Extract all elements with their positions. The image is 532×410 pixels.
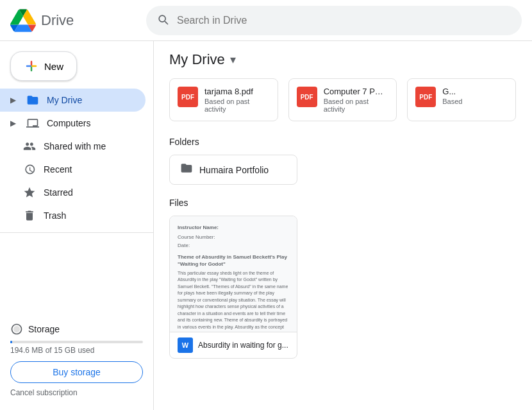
sidebar-item-shared[interactable]: Shared with me xyxy=(0,135,145,158)
header: Drive xyxy=(0,0,532,41)
sidebar-item-computers[interactable]: ▶ Computers xyxy=(0,112,145,135)
sidebar-item-starred[interactable]: Starred xyxy=(0,181,145,204)
suggested-files-row: PDF tarjama 8.pdf Based on past activity… xyxy=(169,78,517,121)
storage-icon: Storage xyxy=(10,323,143,336)
main-layout: New ▶ My Drive ▶ Computers Shared with m… xyxy=(0,41,532,410)
folder-item-0-name: Humaira Portfolio xyxy=(199,165,269,175)
files-section: Files Instructor Name: Course Number: Da… xyxy=(169,198,517,361)
search-input[interactable] xyxy=(177,15,511,26)
shared-icon xyxy=(23,140,36,153)
suggested-card-1-name: Computer 7 PDF watermark r... xyxy=(324,87,389,96)
sidebar-item-recent-label: Recent xyxy=(44,164,72,175)
storage-bar-background xyxy=(10,341,143,343)
plus-icon xyxy=(24,58,39,74)
content-header: My Drive ▾ xyxy=(169,51,517,68)
sidebar-item-my-drive-label: My Drive xyxy=(47,95,82,105)
suggested-card-1-sub: Based on past activity xyxy=(324,98,389,113)
sidebar-item-trash[interactable]: Trash xyxy=(0,204,145,227)
suggested-card-2-sub: Based xyxy=(442,98,508,105)
sidebar-item-starred-label: Starred xyxy=(44,187,73,198)
suggested-card-0-sub: Based on past activity xyxy=(204,98,270,113)
my-drive-chevron: ▶ xyxy=(10,96,16,105)
suggested-card-2[interactable]: PDF G... Based xyxy=(407,78,516,121)
logo-area: Drive xyxy=(10,8,138,33)
file-card-0-name: Absurdity in waiting for g... xyxy=(198,341,288,350)
search-icon xyxy=(156,13,169,28)
computers-icon xyxy=(26,117,39,130)
computers-chevron: ▶ xyxy=(10,119,16,128)
file-preview-0: Instructor Name: Course Number: Date: Th… xyxy=(170,216,297,332)
folder-icon xyxy=(180,162,193,178)
new-button-label: New xyxy=(44,61,63,72)
files-section-label: Files xyxy=(169,198,517,208)
content-area: My Drive ▾ PDF tarjama 8.pdf Based on pa… xyxy=(154,41,532,410)
file-footer-0: W Absurdity in waiting for g... xyxy=(170,332,297,358)
folders-section: Folders Humaira Portfolio xyxy=(169,137,517,185)
sidebar-divider xyxy=(0,232,153,233)
sidebar-item-shared-label: Shared with me xyxy=(44,141,106,151)
starred-icon xyxy=(23,186,36,199)
storage-bar-fill xyxy=(10,341,12,343)
app-title: Drive xyxy=(41,12,74,29)
folder-item-0[interactable]: Humaira Portfolio xyxy=(169,155,297,185)
suggested-card-2-name: G... xyxy=(442,87,508,96)
suggested-card-1[interactable]: PDF Computer 7 PDF watermark r... Based … xyxy=(288,78,397,121)
suggested-card-0-name: tarjama 8.pdf xyxy=(204,87,270,96)
folders-section-label: Folders xyxy=(169,137,517,147)
page-title: My Drive xyxy=(169,51,225,68)
sidebar-item-trash-label: Trash xyxy=(44,210,66,221)
file-card-0[interactable]: Instructor Name: Course Number: Date: Th… xyxy=(169,216,297,359)
pdf-icon-0: PDF xyxy=(178,87,198,107)
trash-icon xyxy=(23,209,36,222)
new-button[interactable]: New xyxy=(10,51,77,81)
recent-icon xyxy=(23,163,36,176)
my-drive-dropdown-icon[interactable]: ▾ xyxy=(230,53,236,67)
buy-storage-button[interactable]: Buy storage xyxy=(10,361,143,383)
suggested-card-0[interactable]: PDF tarjama 8.pdf Based on past activity xyxy=(169,78,278,121)
drive-logo-icon xyxy=(10,8,36,33)
sidebar-item-my-drive[interactable]: ▶ My Drive xyxy=(0,89,145,112)
sidebar: New ▶ My Drive ▶ Computers Shared with m… xyxy=(0,41,154,410)
sidebar-item-computers-label: Computers xyxy=(47,118,90,128)
storage-section: Storage 194.6 MB of 15 GB used Buy stora… xyxy=(0,315,153,405)
sidebar-item-recent[interactable]: Recent xyxy=(0,158,145,181)
search-bar[interactable] xyxy=(146,6,522,35)
storage-used-text: 194.6 MB of 15 GB used xyxy=(10,346,143,355)
cancel-subscription-link[interactable]: Cancel subscription xyxy=(10,388,143,397)
pdf-icon-1: PDF xyxy=(297,87,317,107)
word-icon-0: W xyxy=(178,337,193,353)
pdf-icon-2: PDF xyxy=(415,87,436,107)
my-drive-icon xyxy=(26,94,39,107)
